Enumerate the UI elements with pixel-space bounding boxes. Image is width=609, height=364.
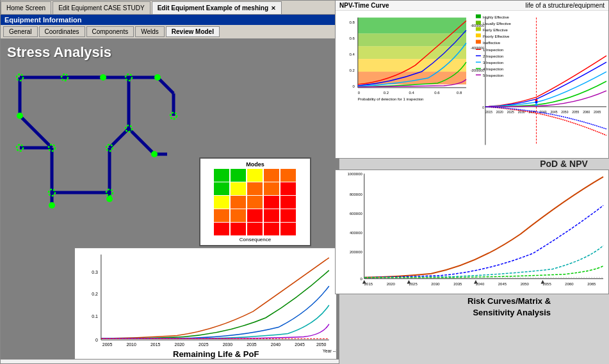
svg-text:2045: 2045: [498, 282, 507, 286]
svg-text:2060: 2060: [583, 111, 590, 114]
tab-components[interactable]: Components: [86, 26, 134, 37]
tab-case-study[interactable]: Edit Equipment CASE STUDY: [53, 1, 150, 14]
risk-matrix-cell: [280, 169, 296, 182]
risk-matrix-cell: [231, 169, 246, 182]
svg-text:2050: 2050: [521, 282, 530, 286]
svg-text:0: 0: [482, 106, 484, 109]
svg-line-2: [129, 129, 154, 154]
svg-text:0: 0: [358, 91, 361, 95]
risk-matrix-cell: [214, 169, 229, 182]
svg-text:Fairly Effective: Fairly Effective: [483, 28, 508, 32]
risk-matrix-cell: [264, 196, 279, 209]
svg-text:2035: 2035: [453, 282, 462, 286]
svg-line-6: [20, 116, 52, 148]
svg-point-112: [535, 104, 538, 106]
svg-text:0.4: 0.4: [409, 91, 414, 95]
svg-rect-67: [476, 14, 481, 18]
svg-text:3 Inspection: 3 Inspection: [483, 61, 503, 65]
svg-text:0.2: 0.2: [384, 91, 389, 95]
svg-text:Probability of detection for 1: Probability of detection for 1 inspectio…: [358, 97, 424, 101]
svg-text:2020: 2020: [175, 342, 185, 347]
risk-matrix-xlabel: Consequence: [203, 237, 307, 242]
svg-text:200000: 200000: [350, 250, 363, 254]
svg-text:2030: 2030: [223, 342, 233, 347]
svg-text:2055: 2055: [572, 111, 579, 114]
svg-text:-6000000: -6000000: [471, 24, 484, 28]
risk-matrix-cell: [247, 209, 263, 222]
svg-text:0.1: 0.1: [92, 314, 98, 319]
tab-welds[interactable]: Welds: [135, 26, 165, 37]
svg-point-29: [100, 74, 106, 81]
risk-matrix-cell: [247, 169, 263, 182]
tab-bar: Home Screen Edit Equipment CASE STUDY Ed…: [1, 1, 339, 15]
risk-matrix-cell: [231, 223, 246, 235]
svg-text:2060: 2060: [565, 282, 574, 286]
svg-text:2045: 2045: [295, 342, 305, 347]
svg-text:0.2: 0.2: [92, 292, 98, 296]
npv-panel-title: NPV-Time Curve: [339, 2, 389, 9]
tab-example-meshing[interactable]: Edit Equipment Example of meshing ✕: [152, 1, 282, 14]
pod-npv-label: PoD & NPV: [525, 159, 603, 169]
npv-life-subtitle: life of a structure/equipment: [526, 2, 605, 9]
svg-text:4 Inspection: 4 Inspection: [483, 67, 503, 71]
pipeline-diagram: [1, 39, 180, 257]
risk-matrix-cell: [264, 223, 279, 235]
tab-home[interactable]: Home Screen: [1, 1, 51, 14]
svg-text:Poorly Effective: Poorly Effective: [483, 35, 510, 38]
svg-rect-49: [358, 17, 466, 33]
risk-matrix-title: Modes: [203, 161, 307, 168]
svg-text:2010: 2010: [126, 342, 136, 347]
svg-text:2065: 2065: [587, 282, 596, 286]
risk-matrix-cell: [247, 223, 263, 235]
risk-matrix-cell: [231, 182, 246, 195]
svg-rect-73: [476, 33, 481, 37]
tab-coordinates[interactable]: Coordinates: [39, 26, 85, 37]
risk-matrix-cell: [214, 182, 229, 195]
risk-matrix-cell: [264, 182, 279, 195]
svg-text:0.6: 0.6: [350, 36, 355, 40]
eq-info-header: Equipment Information: [1, 15, 339, 25]
tab-general[interactable]: General: [3, 26, 38, 37]
tab-review-model[interactable]: Review Model: [166, 26, 220, 37]
svg-text:2020: 2020: [387, 282, 396, 286]
risk-grid: [214, 169, 297, 235]
close-tab-icon[interactable]: ✕: [271, 5, 276, 12]
svg-text:2 Inspection: 2 Inspection: [483, 54, 503, 58]
svg-text:-2000000: -2000000: [471, 69, 484, 72]
svg-text:2015: 2015: [150, 342, 161, 347]
risk-matrix-cell: [231, 196, 246, 209]
svg-point-27: [106, 196, 113, 202]
main-content-area: Stress Analysis: [1, 39, 339, 360]
risk-matrix-cell: [280, 182, 296, 195]
svg-text:1 Inspection: 1 Inspection: [483, 48, 503, 52]
svg-text:2035: 2035: [247, 342, 257, 347]
svg-text:0.4: 0.4: [350, 52, 355, 56]
svg-text:2050: 2050: [316, 342, 327, 347]
svg-rect-52: [358, 59, 466, 72]
sub-tab-bar: General Coordinates Components Welds Rev…: [1, 25, 339, 39]
svg-text:Year -->: Year -->: [323, 349, 336, 353]
svg-text:400000: 400000: [350, 231, 363, 235]
svg-line-13: [158, 77, 174, 93]
svg-text:2025: 2025: [507, 111, 514, 114]
svg-text:0: 0: [360, 277, 362, 281]
svg-point-25: [17, 113, 23, 119]
risk-matrix-cell: [247, 196, 263, 209]
svg-text:0.6: 0.6: [434, 91, 440, 95]
svg-text:0.3: 0.3: [92, 270, 98, 274]
svg-line-4: [110, 129, 129, 148]
svg-text:-4000000: -4000000: [471, 47, 484, 50]
risk-matrix-cell: [214, 196, 229, 209]
risk-matrix-cell: [280, 223, 296, 235]
svg-text:2045: 2045: [550, 111, 557, 114]
risk-matrix-cell: [214, 223, 229, 235]
svg-text:600000: 600000: [350, 212, 363, 216]
svg-text:2025: 2025: [199, 342, 209, 347]
risk-curves-panel: 1000000 800000 600000 400000 200000 0 20…: [335, 170, 609, 294]
npv-panel: NPV-Time Curve life of a structure/equip…: [335, 0, 609, 159]
svg-text:Usually Effective: Usually Effective: [483, 22, 512, 26]
risk-matrix-cell: [264, 209, 279, 222]
svg-text:5 Inspection: 5 Inspection: [483, 74, 503, 77]
svg-text:0.2: 0.2: [350, 68, 355, 72]
svg-point-28: [151, 151, 158, 157]
